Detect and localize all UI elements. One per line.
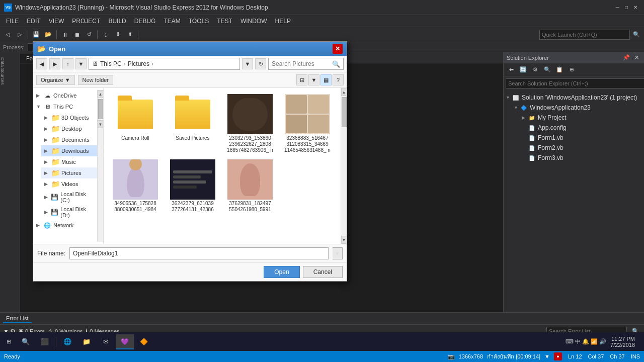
tree-form2[interactable]: 📄 Form2.vb — [522, 143, 642, 153]
sol-tb-6[interactable]: ⊕ — [566, 64, 577, 75]
file-item-saved-pictures[interactable]: Saved Pictures — [165, 92, 220, 155]
address-path[interactable]: 🖥 This PC › Pictures › — [89, 58, 240, 70]
view-btn-3[interactable]: ▦ — [320, 74, 332, 85]
sol-tb-5[interactable]: 📋 — [554, 64, 565, 75]
cancel-button[interactable]: Cancel — [303, 266, 343, 278]
task-view-button[interactable]: ⬛ — [36, 334, 54, 349]
filegrid-scroll-down[interactable]: ▼ — [341, 236, 347, 244]
search-box[interactable]: 🔍 — [268, 58, 344, 70]
sidebar-videos[interactable]: ▶ 📁 Videos — [41, 178, 97, 190]
nav-back-button[interactable]: ◀ — [36, 58, 47, 69]
sol-tb-4[interactable]: 🔍 — [542, 64, 553, 75]
file-item-photo5[interactable]: 37629831_182497 5504261980_5991 — [222, 157, 278, 215]
open-button[interactable]: Open — [264, 266, 299, 278]
back-button[interactable]: ◁ — [2, 29, 13, 40]
file-item-photo1[interactable]: 23032793_153860 2396232627_2808 18657482… — [222, 92, 278, 155]
quick-launch-input[interactable] — [539, 30, 630, 40]
menu-file[interactable]: FILE — [2, 17, 23, 26]
view-btn-2[interactable]: ▼ — [308, 74, 319, 85]
sidebar-thispc[interactable]: ▼ 🖥 This PC — [33, 101, 97, 112]
menu-debug[interactable]: DEBUG — [130, 17, 160, 26]
filegrid-scrollbar[interactable]: ▲ ▼ — [341, 88, 347, 244]
addr-refresh-button[interactable]: ↻ — [255, 58, 266, 69]
menu-edit[interactable]: EDIT — [23, 17, 44, 26]
addr-pictures[interactable]: Pictures — [128, 60, 149, 67]
data-sources-tab[interactable]: Data Sources — [0, 52, 5, 85]
sidebar-network[interactable]: ▶ 🌐 Network — [33, 220, 97, 231]
restart-button[interactable]: ↺ — [84, 29, 95, 40]
scroll-down-button[interactable]: ▼ — [98, 120, 104, 128]
nav-recent-button[interactable]: ▼ — [75, 58, 87, 69]
addr-expand-button[interactable]: ▼ — [242, 58, 253, 69]
file-item-photo4[interactable]: 36242379_631039 377264131_42386 — [165, 157, 220, 215]
filename-input[interactable] — [69, 247, 329, 259]
sol-tb-1[interactable]: ⬅ — [506, 64, 517, 75]
tree-solution[interactable]: ▼ ⬜ Solution 'WindowsApplication23' (1 p… — [506, 93, 642, 103]
tree-app-config[interactable]: 📄 App.config — [522, 123, 642, 133]
step-out-button[interactable]: ⬆ — [124, 29, 135, 40]
menu-test[interactable]: TEST — [213, 17, 236, 26]
edge-button[interactable]: 🌐 — [58, 334, 76, 349]
organize-button[interactable]: Organize ▼ — [36, 75, 75, 85]
open-button[interactable]: 📂 — [43, 29, 54, 40]
menu-tools[interactable]: TOOLS — [185, 17, 213, 26]
search-button[interactable]: 🔍 — [631, 29, 642, 40]
nav-forward-button[interactable]: ▶ — [49, 58, 60, 69]
view-btn-1[interactable]: ⊞ — [296, 74, 307, 85]
pause-button[interactable]: ⏸ — [59, 29, 70, 40]
sol-tb-3[interactable]: ⚙ — [530, 64, 541, 75]
stop-button[interactable]: ⏹ — [71, 29, 83, 40]
tree-form1[interactable]: 📄 Form1.vb — [522, 133, 642, 143]
sidebar-onedrive[interactable]: ▶ ☁ OneDrive — [33, 90, 97, 101]
step-over-button[interactable]: ⤵ — [100, 29, 111, 40]
mail-button[interactable]: ✉ — [97, 334, 115, 349]
close-button[interactable]: ✕ — [631, 3, 640, 12]
filename-dropdown-button[interactable]: ▼ — [333, 247, 343, 259]
start-button[interactable]: ⊞ — [2, 334, 16, 349]
scroll-up-button[interactable]: ▲ — [98, 90, 104, 98]
sidebar-downloads[interactable]: ▶ 📁 Downloads — [41, 145, 97, 156]
sidebar-local-d[interactable]: ▶ 💾 Local Disk (D:) — [41, 205, 97, 220]
menu-view[interactable]: VIEW — [45, 17, 68, 26]
menu-project[interactable]: PROJECT — [68, 17, 104, 26]
tree-form3[interactable]: 📄 Form3.vb — [522, 153, 642, 163]
dialog-close-button[interactable]: ✕ — [333, 44, 343, 54]
new-folder-button[interactable]: New folder — [78, 75, 114, 85]
file-item-camera-roll[interactable]: Camera Roll — [108, 92, 163, 155]
forward-button[interactable]: ▷ — [14, 29, 25, 40]
file-item-photo2[interactable]: 32368883_516467 312083315_34669 11465485… — [280, 92, 335, 155]
save-button[interactable]: 💾 — [31, 29, 42, 40]
tree-project[interactable]: ▼ 🔷 WindowsApplication23 — [514, 103, 642, 113]
sidebar-documents[interactable]: ▶ 📁 Documents — [41, 134, 97, 145]
search-taskbar-button[interactable]: 🔍 — [17, 334, 35, 349]
maximize-button[interactable]: □ — [622, 3, 631, 12]
explorer-button[interactable]: 📁 — [77, 334, 96, 349]
filegrid-scroll-up[interactable]: ▲ — [341, 88, 347, 96]
search-input[interactable] — [272, 60, 330, 67]
menu-build[interactable]: BUILD — [104, 17, 130, 26]
nav-up-button[interactable]: ↑ — [62, 58, 73, 69]
help-button[interactable]: ? — [333, 74, 344, 85]
sol-exp-pin[interactable]: 📌 — [622, 53, 631, 62]
file-item-photo3[interactable]: 34906536_175828 8800930651_4984 — [108, 157, 163, 215]
sidebar-3dobjects[interactable]: ▶ 📁 3D Objects — [41, 112, 97, 123]
scroll-thumb[interactable] — [98, 99, 103, 119]
vs-taskbar-button[interactable]: 💜 — [116, 334, 134, 349]
sol-exp-close[interactable]: ✕ — [632, 53, 641, 62]
tree-my-project[interactable]: ▶ 📁 My Project — [522, 113, 642, 123]
menu-team[interactable]: TEAM — [159, 17, 184, 26]
sidebar-local-c[interactable]: ▶ 💾 Local Disk (C:) — [41, 190, 97, 205]
menu-help[interactable]: HELP — [271, 17, 295, 26]
minimize-button[interactable]: ─ — [613, 3, 622, 12]
solution-search-input[interactable] — [506, 78, 644, 88]
sol-tb-2[interactable]: 🔄 — [518, 64, 529, 75]
sidebar-scrollbar[interactable]: ▲ ▼ — [97, 90, 103, 242]
error-list-tab[interactable]: Error List — [3, 314, 32, 323]
menu-window[interactable]: WINDOW — [236, 17, 271, 26]
sidebar-pictures[interactable]: ▶ 📁 Pictures — [41, 167, 97, 178]
sidebar-desktop[interactable]: ▶ 📁 Desktop — [41, 123, 97, 134]
addr-this-pc[interactable]: This PC — [100, 60, 122, 67]
step-into-button[interactable]: ⬇ — [112, 29, 123, 40]
filegrid-scroll-thumb[interactable] — [342, 97, 347, 127]
sidebar-music[interactable]: ▶ 📁 Music — [41, 156, 97, 167]
